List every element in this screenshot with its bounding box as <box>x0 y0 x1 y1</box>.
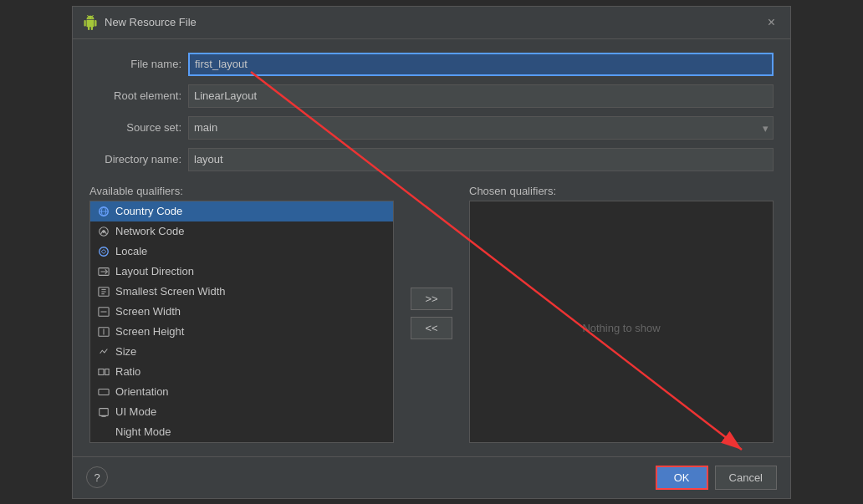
close-button[interactable]: × <box>763 13 780 32</box>
screen-width-icon <box>97 305 110 318</box>
network-code-icon <box>97 225 110 238</box>
chosen-qualifiers-label: Chosen qualifiers: <box>469 185 774 197</box>
file-name-input[interactable] <box>188 53 774 76</box>
help-button[interactable]: ? <box>86 466 108 488</box>
qualifier-item-smallest-screen-width[interactable]: Smallest Screen Width <box>90 282 393 302</box>
file-name-row: File name: <box>89 53 774 76</box>
source-set-wrapper: main ▾ <box>188 116 774 140</box>
qualifier-label-size: Size <box>115 345 136 358</box>
directory-name-row: Directory name: <box>89 148 774 171</box>
qualifier-label-ratio: Ratio <box>115 365 140 378</box>
dialog-title: New Resource File <box>105 16 197 28</box>
qualifier-item-country-code[interactable]: Country Code <box>90 201 393 221</box>
qualifier-label-smallest-screen-width: Smallest Screen Width <box>115 285 226 298</box>
smallest-screen-width-icon <box>97 285 110 298</box>
screen-height-icon <box>97 325 110 339</box>
svg-rect-17 <box>105 369 109 374</box>
chosen-qualifiers-list: Nothing to show <box>469 201 774 443</box>
nothing-to-show-text: Nothing to show <box>470 322 773 334</box>
qualifier-label-layout-direction: Layout Direction <box>115 265 194 277</box>
ok-button[interactable]: OK <box>656 466 708 490</box>
file-name-label: File name: <box>89 58 181 70</box>
country-code-icon <box>97 205 110 218</box>
qualifiers-section: Available qualifiers: Country Code Netwo… <box>89 185 774 443</box>
qualifier-item-layout-direction[interactable]: Layout Direction <box>90 262 393 282</box>
svg-rect-16 <box>99 369 104 374</box>
size-icon <box>97 345 110 359</box>
qualifier-item-ratio[interactable]: Ratio <box>90 362 393 382</box>
transfer-buttons-column: >> << <box>404 185 459 443</box>
qualifier-item-size[interactable]: Size <box>90 342 393 362</box>
qualifier-item-locale[interactable]: Locale <box>90 242 393 262</box>
svg-rect-18 <box>99 389 109 395</box>
qualifier-label-country-code: Country Code <box>115 205 182 217</box>
qualifier-label-screen-height: Screen Height <box>115 325 184 338</box>
remove-qualifier-button[interactable]: << <box>411 317 452 339</box>
new-resource-file-dialog: New Resource File × File name: Root elem… <box>72 6 791 499</box>
chosen-qualifiers-panel: Chosen qualifiers: Nothing to show <box>469 185 774 443</box>
title-bar-left: New Resource File <box>83 15 197 30</box>
qualifier-label-ui-mode: UI Mode <box>115 405 156 418</box>
ui-mode-icon <box>97 405 110 419</box>
qualifier-label-locale: Locale <box>115 245 147 257</box>
root-element-input[interactable] <box>188 84 774 108</box>
qualifier-label-network-code: Network Code <box>115 225 184 237</box>
source-set-select[interactable]: main <box>188 116 774 140</box>
dialog-footer: ? OK Cancel <box>73 456 790 498</box>
cancel-button[interactable]: Cancel <box>715 466 777 490</box>
orientation-icon <box>97 385 110 399</box>
android-icon <box>83 15 98 30</box>
locale-icon <box>97 245 110 258</box>
available-qualifiers-list: Country Code Network Code Locale <box>89 201 394 443</box>
svg-point-5 <box>100 247 109 256</box>
footer-buttons: OK Cancel <box>656 466 777 490</box>
add-qualifier-button[interactable]: >> <box>411 288 452 310</box>
layout-direction-icon <box>97 265 110 278</box>
night-mode-icon <box>97 425 110 439</box>
qualifier-item-network-code[interactable]: Network Code <box>90 221 393 242</box>
dialog-body: File name: Root element: Source set: mai… <box>73 39 790 456</box>
source-set-label: Source set: <box>89 121 181 134</box>
qualifier-item-night-mode[interactable]: Night Mode <box>90 422 393 442</box>
directory-name-label: Directory name: <box>89 153 181 165</box>
qualifier-item-orientation[interactable]: Orientation <box>90 382 393 402</box>
source-set-row: Source set: main ▾ <box>89 116 774 140</box>
svg-point-4 <box>103 230 105 232</box>
title-bar: New Resource File × <box>73 7 790 39</box>
ratio-icon <box>97 365 110 379</box>
available-qualifiers-label: Available qualifiers: <box>89 185 394 197</box>
qualifier-label-orientation: Orientation <box>115 385 169 398</box>
available-qualifiers-panel: Available qualifiers: Country Code Netwo… <box>89 185 394 443</box>
root-element-label: Root element: <box>89 89 181 102</box>
svg-rect-19 <box>100 408 109 415</box>
root-element-row: Root element: <box>89 84 774 108</box>
qualifier-item-screen-width[interactable]: Screen Width <box>90 302 393 322</box>
qualifier-item-ui-mode[interactable]: UI Mode <box>90 402 393 422</box>
qualifier-label-night-mode: Night Mode <box>115 425 171 438</box>
directory-name-input[interactable] <box>188 148 774 171</box>
qualifier-label-screen-width: Screen Width <box>115 305 181 318</box>
qualifier-item-screen-height[interactable]: Screen Height <box>90 322 393 342</box>
